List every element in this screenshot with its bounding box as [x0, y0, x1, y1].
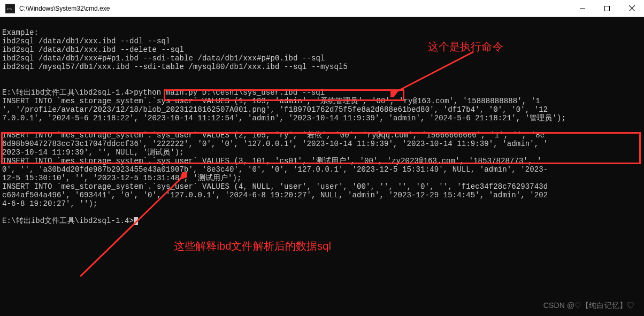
cmd-icon: C:\: [5, 4, 15, 13]
terminal-line: 12-5 15:30:10', '', '2023-12-5 15:31:48'…: [2, 174, 241, 182]
terminal-line: INSERT INTO `mes_storage_system`.`sys_us…: [2, 182, 548, 191]
window-controls: [570, 0, 644, 17]
terminal-line: 6d98b90472783cc73c17047ddccf36', '222222…: [2, 140, 548, 148]
annotation-sql: 这些解释ibd文件解析后的数据sql: [174, 242, 331, 250]
terminal-line: c604af504a496', '693441', '0', '0', '127…: [2, 191, 548, 199]
arrow-to-command: [390, 49, 476, 97]
svg-rect-3: [605, 6, 610, 11]
terminal-line: ibd2sql /data/db1/xxx.ibd --ddl --sql: [2, 37, 171, 45]
terminal-line: ibd2sql /data/db1/xxx#p#p1.ibd --sdi-tab…: [2, 54, 325, 63]
terminal-line: 4-6-8 19:20:27', '');: [2, 199, 98, 208]
terminal-line: INSERT INTO `mes_storage_system`.`sys_us…: [2, 157, 542, 165]
terminal-output[interactable]: Example: ibd2sql /data/db1/xxx.ibd --ddl…: [0, 17, 644, 316]
terminal-line: ibd2sql /data/db1/xxx.ibd --delete --sql: [2, 45, 184, 54]
terminal-line: INSERT INTO `mes_storage_system`.`sys_us…: [2, 131, 545, 140]
terminal-line: 2023-10-14 11:9:39', '', NULL, '测试员');: [2, 148, 184, 157]
terminal-prompt: E:\转出ibd文件工具\ibd2sql-1.4>: [2, 217, 134, 225]
terminal-line: INSERT INTO `mes_storage_system`.`sys_us…: [2, 97, 540, 105]
window-titlebar: C:\ C:\Windows\System32\cmd.exe: [0, 0, 644, 17]
svg-text:C:\: C:\: [7, 6, 12, 11]
minimize-button[interactable]: [570, 0, 595, 17]
terminal-line: ibd2sql /mysql57/db1/xxx.ibd --sdi-table…: [2, 63, 348, 71]
watermark: CSDN @♡【纯白记忆】♡: [543, 301, 634, 310]
window-title: C:\Windows\System32\cmd.exe: [19, 5, 570, 12]
terminal-line: 7.0.0.1', '2024-5-6 21:18:22', '2023-10-…: [2, 114, 566, 122]
cursor: [134, 217, 138, 225]
close-button[interactable]: [619, 0, 644, 17]
annotation-command: 这个是执行命令: [428, 42, 503, 51]
terminal-line: 0', '', 'a30b4d20fde987b2923455e43a01907…: [2, 165, 548, 174]
svg-line-6: [396, 52, 473, 92]
terminal-line: E:\转出ibd文件工具\ibd2sql-1.4>python main.py …: [2, 88, 325, 97]
maximize-button[interactable]: [595, 0, 619, 17]
terminal-line: ', '/profile/avatar/2023/12/18/blob_2023…: [2, 105, 548, 114]
terminal-line: Example:: [2, 28, 39, 37]
